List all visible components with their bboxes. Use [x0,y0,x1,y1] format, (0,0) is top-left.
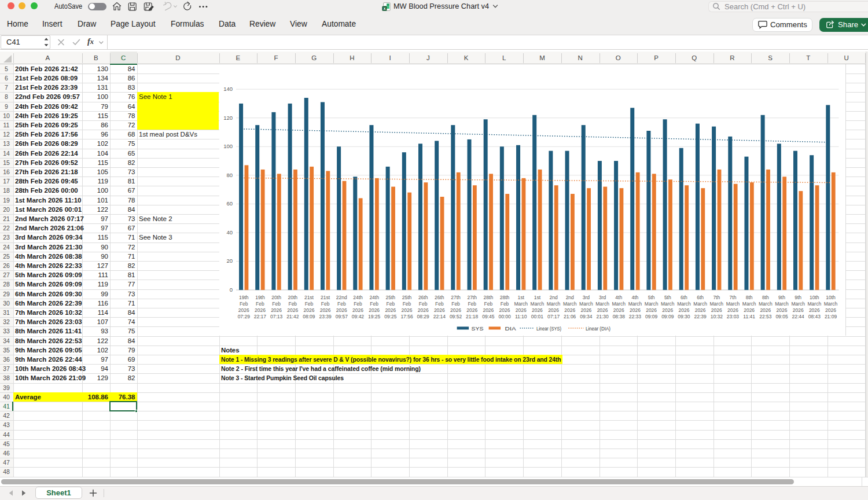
svg-text:5th: 5th [648,295,655,300]
svg-text:21:06: 21:06 [564,314,576,319]
svg-text:March: March [726,301,740,307]
svg-text:23:39: 23:39 [319,314,332,319]
svg-text:22:17: 22:17 [254,314,267,319]
svg-text:2026: 2026 [466,307,477,313]
svg-text:March: March [824,301,838,307]
svg-text:24th: 24th [353,295,363,300]
svg-text:2026: 2026 [287,307,298,313]
svg-text:4th: 4th [632,295,639,300]
svg-text:2026: 2026 [825,307,836,313]
svg-text:March: March [563,301,577,307]
svg-text:2026: 2026 [450,307,461,313]
svg-text:Feb: Feb [370,301,378,307]
svg-text:2026: 2026 [434,307,445,313]
svg-text:20: 20 [226,258,233,264]
svg-text:100: 100 [223,143,233,149]
svg-text:2026: 2026 [646,307,657,313]
svg-text:28th: 28th [500,295,510,300]
svg-text:19th: 19th [255,295,265,300]
svg-text:March: March [661,301,675,307]
svg-text:17:56: 17:56 [400,314,413,319]
svg-text:2026: 2026 [483,307,494,313]
svg-text:11:41: 11:41 [743,314,755,319]
svg-text:2026: 2026 [760,307,771,313]
svg-text:March: March [775,301,789,307]
svg-text:21:18: 21:18 [466,314,479,319]
svg-text:20th: 20th [288,295,298,300]
svg-text:120: 120 [223,115,233,121]
svg-text:10:32: 10:32 [711,314,723,319]
svg-text:March: March [791,301,805,307]
svg-text:2026: 2026 [499,307,510,313]
svg-text:2026: 2026 [744,307,755,313]
svg-text:2nd: 2nd [566,295,574,300]
svg-text:22:14: 22:14 [433,314,446,319]
svg-text:2026: 2026 [580,307,591,313]
svg-text:9th: 9th [795,295,801,300]
svg-text:27th: 27th [451,295,461,300]
svg-text:2026: 2026 [777,307,788,313]
svg-text:140: 140 [223,86,233,92]
svg-text:Feb: Feb [387,301,395,307]
svg-text:2026: 2026 [320,307,331,313]
svg-text:10th: 10th [826,295,836,300]
svg-text:3rd: 3rd [599,295,606,300]
svg-text:09:57: 09:57 [336,314,348,319]
svg-text:08:43: 08:43 [808,314,821,319]
svg-text:Feb: Feb [288,301,297,307]
svg-text:20th: 20th [271,295,281,300]
svg-text:2026: 2026 [597,307,608,313]
svg-text:March: March [595,301,609,307]
svg-text:09:45: 09:45 [482,314,495,319]
svg-text:2026: 2026 [695,307,706,313]
svg-text:2026: 2026 [304,307,315,313]
svg-text:22:39: 22:39 [694,314,707,319]
svg-text:8th: 8th [762,295,769,300]
svg-text:2026: 2026 [564,307,575,313]
svg-text:27th: 27th [467,295,477,300]
svg-text:08:29: 08:29 [417,314,430,319]
svg-text:1st: 1st [518,295,525,300]
svg-text:24th: 24th [369,295,379,300]
svg-text:March: March [531,301,545,307]
svg-text:March: March [612,301,626,307]
svg-text:2026: 2026 [793,307,804,313]
svg-text:6th: 6th [681,295,687,300]
svg-text:March: March [514,301,528,307]
svg-text:07:29: 07:29 [238,314,251,319]
svg-text:2026: 2026 [727,307,738,313]
svg-text:09:05: 09:05 [775,314,788,319]
svg-text:09:09: 09:09 [645,314,658,319]
svg-text:2026: 2026 [548,307,559,313]
svg-text:8th: 8th [746,295,753,300]
svg-text:Feb: Feb [484,301,493,307]
svg-text:Feb: Feb [435,301,444,307]
svg-text:March: March [547,301,561,307]
svg-text:Feb: Feb [305,301,314,307]
svg-text:2026: 2026 [711,307,722,313]
svg-text:2026: 2026 [336,307,347,313]
svg-text:09:09: 09:09 [661,314,674,319]
svg-text:21:09: 21:09 [825,314,837,319]
svg-text:00:00: 00:00 [498,314,511,319]
svg-text:09:52: 09:52 [450,314,462,319]
svg-text:March: March [693,301,707,307]
svg-text:March: March [677,301,691,307]
svg-text:1st: 1st [534,295,541,300]
svg-text:21:42: 21:42 [286,314,299,319]
svg-text:Feb: Feb [468,301,476,307]
svg-text:2026: 2026 [679,307,690,313]
svg-text:25th: 25th [386,295,396,300]
svg-text:60: 60 [226,200,233,207]
svg-text:2026: 2026 [613,307,624,313]
svg-text:0: 0 [230,286,233,293]
svg-text:2nd: 2nd [549,295,557,300]
svg-text:2026: 2026 [662,307,673,313]
svg-text:5th: 5th [664,295,671,300]
svg-text:Linear (DIA): Linear (DIA) [586,325,610,332]
svg-text:Feb: Feb [451,301,460,307]
svg-text:2026: 2026 [385,307,396,313]
svg-text:Feb: Feb [272,301,281,307]
svg-text:6th: 6th [697,295,704,300]
svg-text:Linear (SYS): Linear (SYS) [536,325,561,332]
